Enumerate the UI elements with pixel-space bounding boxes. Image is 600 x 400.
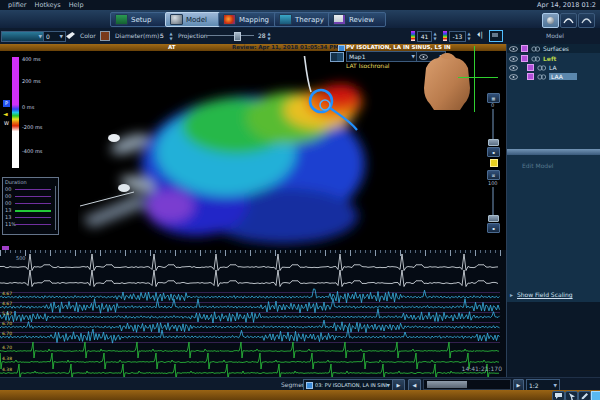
- system-datetime: Apr 14, 2018 01:2: [537, 1, 596, 9]
- heart-lat-map-model[interactable]: [78, 56, 428, 250]
- menu-bar: plifier Hotkeys Help Apr 14, 2018 01:2: [0, 0, 600, 10]
- clip-button[interactable]: ⊠: [487, 170, 500, 180]
- menu-item-help[interactable]: Help: [69, 1, 84, 9]
- yellow-marker[interactable]: [490, 159, 498, 167]
- surface-color-swatch[interactable]: [521, 55, 528, 62]
- surface-color-swatch[interactable]: [521, 45, 528, 52]
- tree-item-la[interactable]: LA: [507, 63, 600, 72]
- eye-icon[interactable]: [509, 46, 518, 52]
- show-field-scaling-link[interactable]: Show Field Scaling: [517, 291, 573, 298]
- view-mode-bed2-button[interactable]: [578, 13, 595, 28]
- tab-review-label: Review: [349, 16, 374, 24]
- channel-gain-label: 6.70: [2, 321, 12, 326]
- link-icon: [537, 65, 546, 71]
- chevron-down-icon: ▼: [554, 383, 557, 388]
- high-threshold-value[interactable]: 41: [417, 31, 432, 42]
- diameter-value: 5: [160, 32, 164, 39]
- annotation-button[interactable]: [552, 391, 565, 400]
- projection-label: Projection: [178, 32, 208, 39]
- surfaces-tree-header[interactable]: Surfaces: [507, 44, 600, 53]
- ecg-traces: [0, 250, 506, 377]
- slider-bottom-button[interactable]: ▪: [487, 223, 500, 233]
- tab-setup[interactable]: Setup: [110, 12, 170, 27]
- channel-gain-label: 4.38: [2, 367, 12, 372]
- bed-icon: [563, 17, 574, 25]
- segment-bar: Segment 03: PV ISOLATION, LA IN SINUS...…: [0, 377, 600, 391]
- colorscale-select[interactable]: ▼: [1, 31, 45, 42]
- zoom-slider-thumb[interactable]: [488, 215, 499, 222]
- tab-review[interactable]: Review: [328, 12, 386, 27]
- projection-value: 28: [258, 32, 266, 39]
- tab-model[interactable]: Model: [165, 12, 222, 27]
- waveform-panel[interactable]: 500 4.674.675.676.706.704.704.384.38 14:…: [0, 250, 506, 377]
- chevron-down-icon: ▼: [60, 34, 63, 39]
- monitor-screen: [492, 33, 498, 37]
- eye-icon[interactable]: [509, 74, 518, 80]
- surface-color-swatch[interactable]: [527, 64, 534, 71]
- view-mode-bed1-button[interactable]: [560, 13, 577, 28]
- slider-top-label: 0: [491, 102, 494, 108]
- tab-setup-label: Setup: [131, 16, 151, 24]
- map-3d-viewport[interactable]: Map1 ▼ ▼ LAT Isochronal 400 ms 200 ms 0 …: [0, 51, 506, 250]
- points-value: 0: [46, 33, 50, 40]
- points-select[interactable]: 0 ▼: [43, 31, 66, 42]
- surface-color-swatch[interactable]: [527, 73, 534, 80]
- low-threshold-value[interactable]: -13: [449, 31, 466, 42]
- map-header-bar: AT Review: Apr 11, 2018 01:05:34 PM PV I…: [0, 44, 506, 51]
- projection-slider[interactable]: [206, 35, 254, 36]
- timeline-scrollbar[interactable]: [423, 379, 511, 390]
- scale-tick-label: -400 ms: [22, 148, 42, 154]
- setup-icon: [115, 14, 128, 25]
- stats-row: 13: [3, 214, 58, 221]
- scale-tick-label: 0 ms: [22, 104, 34, 110]
- notification-chip[interactable]: [591, 391, 600, 400]
- menu-item-hotkeys[interactable]: Hotkeys: [35, 1, 61, 9]
- tab-mapping-label: Mapping: [239, 16, 269, 24]
- diameter-label: Diameter(mm):: [115, 32, 161, 39]
- pointer-tool-button[interactable]: [565, 391, 578, 400]
- fov-slider-thumb[interactable]: [488, 139, 499, 146]
- fov-slider[interactable]: [492, 109, 494, 143]
- sphere-icon: [547, 17, 554, 24]
- pen-icon[interactable]: [66, 32, 75, 39]
- scale-tick-label: -200 ms: [22, 124, 42, 130]
- main-tab-bar: Setup Model Mapping Therapy Review: [0, 10, 600, 29]
- diameter-stepper[interactable]: ▲▼: [168, 31, 174, 41]
- slider-bottom-label: 100: [488, 180, 498, 186]
- tab-mapping[interactable]: Mapping: [218, 12, 280, 27]
- eye-icon[interactable]: [509, 56, 518, 62]
- skip-start-icon[interactable]: ⏴|: [477, 31, 483, 39]
- cursor-icon: [567, 392, 576, 400]
- chevron-down-icon: ▼: [387, 383, 390, 388]
- tab-therapy[interactable]: Therapy: [274, 12, 334, 27]
- scale-tick-label: 400 ms: [22, 56, 41, 62]
- timeline-scrollbar-thumb[interactable]: [427, 381, 467, 388]
- view-mode-sphere-button[interactable]: [542, 13, 559, 28]
- speed-value: 1:2: [529, 382, 539, 389]
- edit-model-label: Edit Model: [522, 162, 554, 169]
- panel-divider[interactable]: [507, 149, 600, 155]
- colorbar-low-icon: [443, 31, 447, 41]
- ensite-mapping-window: plifier Hotkeys Help Apr 14, 2018 01:2 S…: [0, 0, 600, 400]
- torso-reference: [420, 52, 474, 112]
- low-threshold-stepper[interactable]: ▲▼: [466, 31, 472, 41]
- expander-arrow-icon[interactable]: ▸: [510, 291, 513, 298]
- monitor-icon[interactable]: [489, 30, 503, 42]
- mapping-icon: [223, 14, 236, 25]
- map-toolbar: ▼ 0 ▼ Color Diameter(mm): 5 ▲▼ Projectio…: [0, 28, 600, 45]
- high-threshold-stepper[interactable]: ▲▼: [432, 31, 438, 41]
- tree-item-laa[interactable]: LAA: [507, 72, 600, 81]
- model-icon: [170, 14, 183, 25]
- sweep-timestamp: 14:41:21:170: [430, 365, 502, 372]
- tree-item-left[interactable]: Left: [507, 54, 600, 63]
- color-swatch[interactable]: [100, 31, 110, 41]
- segment-value: 03: PV ISOLATION, LA IN SINUS...: [315, 382, 387, 388]
- slider-step-button[interactable]: ▪: [487, 147, 500, 157]
- edit-tool-button[interactable]: [578, 391, 591, 400]
- projection-slider-thumb[interactable]: [234, 32, 241, 41]
- menu-item-amplifier[interactable]: plifier: [8, 1, 27, 9]
- projection-stepper[interactable]: ▲▼: [266, 31, 272, 41]
- therapy-icon: [279, 14, 292, 25]
- speech-bubble-icon: [554, 392, 563, 400]
- eye-icon[interactable]: [509, 65, 518, 71]
